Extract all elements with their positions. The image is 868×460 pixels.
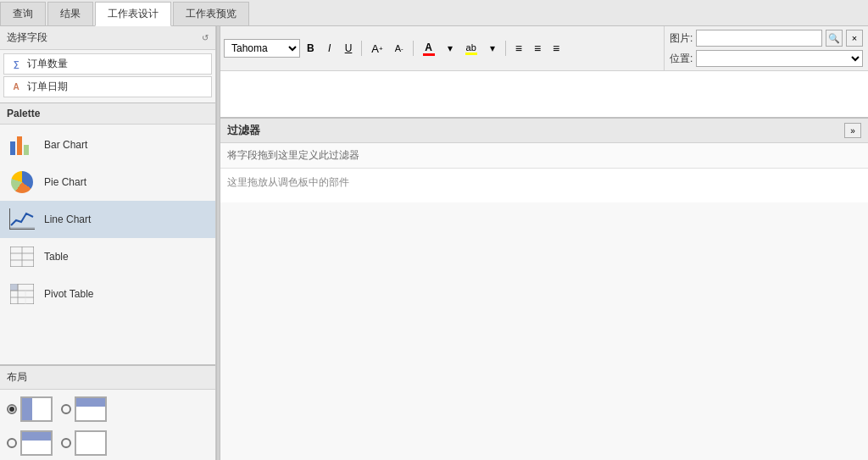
font-size-increase-button[interactable]: A+ <box>366 40 387 58</box>
font-color-label: A <box>425 42 432 53</box>
image-label: 图片: <box>670 31 693 46</box>
filter-collapse-button[interactable]: » <box>844 123 861 138</box>
pie-chart-label: Pie Chart <box>44 176 86 188</box>
field-label-order-date: 订单日期 <box>27 80 68 94</box>
main-layout: 选择字段 ↺ ∑ 订单数量 A 订单日期 Palette <box>0 26 868 460</box>
field-item-order-date[interactable]: A 订单日期 <box>3 76 212 97</box>
bar-chart-icon <box>8 131 36 158</box>
filter-title: 过滤器 <box>227 123 260 138</box>
position-row: 位置: <box>670 50 863 67</box>
palette-bar-chart[interactable]: Bar Chart <box>0 126 215 163</box>
tab-query[interactable]: 查询 <box>0 2 46 25</box>
svg-rect-1 <box>9 208 10 229</box>
layout-radio-2[interactable] <box>61 404 71 414</box>
palette-section-header: Palette <box>0 103 215 125</box>
tab-worksheet-design[interactable]: 工作表设计 <box>95 2 171 26</box>
filter-drop-area[interactable]: 这里拖放从调色板中的部件 <box>220 169 868 202</box>
font-color-button[interactable]: A <box>418 39 440 58</box>
svg-rect-8 <box>10 284 18 291</box>
layout-option-2 <box>61 396 107 422</box>
fields-section-label: 选择字段 <box>7 30 47 45</box>
bold-button[interactable]: B <box>302 40 320 57</box>
date-field-icon: A <box>9 80 23 94</box>
layout-thumb-4 <box>75 430 107 456</box>
svg-rect-2 <box>9 227 35 230</box>
fields-section-header: 选择字段 ↺ <box>0 26 215 50</box>
layout-options <box>0 390 215 429</box>
line-chart-icon <box>8 206 36 233</box>
fields-section: 选择字段 ↺ ∑ 订单数量 A 订单日期 <box>0 26 215 103</box>
layout-option-4 <box>61 430 107 456</box>
filter-header: 过滤器 » <box>220 119 868 143</box>
align-left-button[interactable]: ≡ <box>510 39 527 58</box>
top-tabs: 查询 结果 工作表设计 工作表预览 <box>0 0 868 26</box>
font-color-dropdown[interactable]: ▾ <box>442 41 459 56</box>
tab-results[interactable]: 结果 <box>47 2 93 25</box>
image-clear-button[interactable]: × <box>846 30 863 47</box>
position-select[interactable] <box>696 50 863 67</box>
layout-radio-4[interactable] <box>61 438 71 448</box>
layout-radio-1[interactable] <box>7 404 17 414</box>
pivot-table-icon <box>8 280 36 308</box>
fields-list: ∑ 订单数量 A 订单日期 <box>0 50 215 103</box>
toolbar-sep-3 <box>505 41 506 56</box>
image-input[interactable] <box>696 30 822 47</box>
toolbar-container: Tahoma B I U A+ A- A <box>220 26 868 71</box>
layout-thumb-3 <box>20 430 53 456</box>
position-label: 位置: <box>670 52 693 66</box>
table-label: Table <box>44 251 69 263</box>
toolbar-sep-1 <box>361 41 362 56</box>
highlight-label: ab <box>466 42 476 53</box>
palette-pivot-table[interactable]: Pivot Table <box>0 275 215 313</box>
field-label-order-quantity: 订单数量 <box>27 57 68 71</box>
font-select[interactable]: Tahoma <box>224 39 300 58</box>
layout-option-1 <box>7 396 53 422</box>
layout-radio-3[interactable] <box>7 438 17 448</box>
refresh-icon[interactable]: ↺ <box>202 33 209 42</box>
underline-button[interactable]: U <box>340 40 358 57</box>
field-item-order-quantity[interactable]: ∑ 订单数量 <box>3 53 212 75</box>
font-size-decrease-button[interactable]: A- <box>390 41 409 56</box>
palette-section: Palette Bar Chart <box>0 103 215 365</box>
align-right-button[interactable]: ≡ <box>548 39 565 58</box>
image-search-button[interactable]: 🔍 <box>826 30 843 47</box>
layout-label: 布局 <box>7 370 27 385</box>
filter-section: 过滤器 » 将字段拖到这里定义此过滤器 这里拖放从调色板中的部件 <box>220 118 868 202</box>
layout-section-header: 布局 <box>0 366 215 390</box>
numeric-field-icon: ∑ <box>9 58 23 71</box>
palette-table[interactable]: Table <box>0 238 215 275</box>
image-position-panel: 图片: 🔍 × 位置: <box>665 26 868 70</box>
layout-thumb-1 <box>20 396 53 422</box>
bar-chart-label: Bar Chart <box>44 139 87 151</box>
image-row: 图片: 🔍 × <box>670 30 863 47</box>
right-panel: Tahoma B I U A+ A- A <box>220 26 868 460</box>
layout-section: 布局 <box>0 365 215 460</box>
italic-button[interactable]: I <box>321 40 338 57</box>
tab-worksheet-preview[interactable]: 工作表预览 <box>173 2 249 25</box>
palette-line-chart[interactable]: Line Chart <box>0 201 215 238</box>
palette-label: Palette <box>7 108 40 119</box>
toolbar-sep-2 <box>413 41 414 56</box>
highlight-button[interactable]: ab <box>460 40 482 58</box>
pie-chart-icon <box>8 169 36 196</box>
align-center-button[interactable]: ≡ <box>529 39 546 58</box>
left-panel: 选择字段 ↺ ∑ 订单数量 A 订单日期 Palette <box>0 26 216 460</box>
palette-pie-chart[interactable]: Pie Chart <box>0 163 215 201</box>
text-area[interactable] <box>220 71 868 118</box>
format-toolbar: Tahoma B I U A+ A- A <box>220 26 665 70</box>
filter-hint: 将字段拖到这里定义此过滤器 <box>220 143 868 169</box>
highlight-color-bar <box>465 53 477 55</box>
layout-thumb-2 <box>75 396 107 422</box>
layout-options-row2 <box>0 429 215 460</box>
palette-list: Bar Chart Pie Chart <box>0 125 215 314</box>
highlight-dropdown[interactable]: ▾ <box>484 41 501 56</box>
font-color-bar <box>423 53 435 56</box>
line-chart-label: Line Chart <box>44 213 91 225</box>
layout-option-3 <box>7 430 53 456</box>
pivot-table-label: Pivot Table <box>44 288 93 300</box>
table-icon <box>8 243 36 270</box>
